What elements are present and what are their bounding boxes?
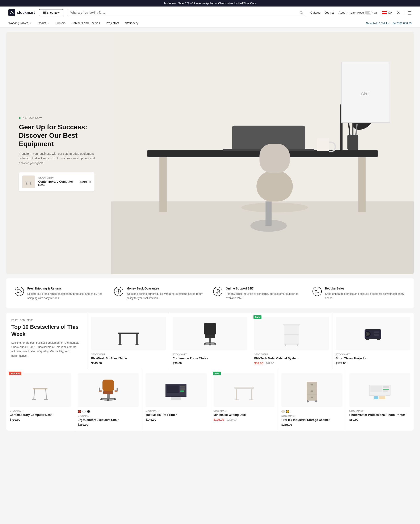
svg-point-2: [300, 11, 302, 14]
nav-catalog[interactable]: Catalog: [310, 11, 320, 14]
locale-selector[interactable]: CA: [382, 11, 392, 14]
header-icons: [396, 10, 411, 15]
svg-rect-112: [383, 389, 389, 390]
svg-point-53: [214, 343, 216, 345]
hero-description: Transform your business with our cutting…: [19, 151, 101, 166]
search-bar[interactable]: [67, 9, 306, 16]
svg-rect-106: [311, 397, 313, 398]
svg-rect-69: [377, 339, 380, 340]
product-card[interactable]: STOCKMART FlexiDesk Sit-Stand Table $849…: [88, 313, 169, 369]
svg-rect-73: [32, 399, 36, 400]
svg-rect-110: [370, 386, 382, 392]
svg-rect-95: [171, 397, 181, 400]
svg-rect-105: [311, 391, 313, 392]
bestsellers-intro: FEATURED ITEMS Top 10 Bestsellers of Thi…: [6, 313, 88, 369]
product-card[interactable]: STOCKMART Conference Room Chairs $99.00: [169, 313, 251, 369]
hero-section: IN STOCK NOW Gear Up for Success: Discov…: [6, 32, 414, 274]
svg-rect-43: [119, 334, 121, 345]
green-dot-icon: [19, 117, 21, 119]
svg-rect-22: [347, 135, 358, 150]
svg-rect-98: [251, 389, 253, 400]
nav-journal[interactable]: Journal: [325, 11, 334, 14]
color-swatch[interactable]: [286, 410, 289, 413]
nav-item-chairs[interactable]: Chairs: [38, 21, 49, 25]
product-card[interactable]: STOCKMART Short Throw Projector $179.00: [332, 313, 414, 369]
product-image: [281, 373, 342, 407]
svg-rect-15: [358, 157, 366, 212]
nav-help: Need help? Call Us: +84 2500 888 33: [366, 22, 411, 25]
svg-rect-88: [117, 388, 118, 391]
svg-rect-27: [256, 171, 293, 201]
nav-item-projectors[interactable]: Projectors: [106, 21, 119, 25]
sales-icon: [313, 287, 322, 296]
nav-item-cabinets[interactable]: Cabinets and Shelves: [71, 21, 100, 25]
nav-about[interactable]: About: [339, 11, 346, 14]
svg-point-83: [114, 398, 116, 400]
hamburger-icon: [43, 12, 45, 14]
header-nav: Catalog Journal About Dark Mode Off CA: [310, 10, 411, 15]
svg-rect-99: [235, 400, 239, 400]
product-card[interactable]: STOCKMART MultiMedia Pro Printer $149.00: [142, 369, 210, 431]
svg-point-52: [209, 343, 211, 346]
svg-rect-74: [44, 399, 48, 400]
svg-rect-30: [260, 144, 290, 173]
flag-icon: [382, 11, 387, 14]
price-container: $199.00 $229.00: [214, 418, 275, 421]
feature-support: 24 Online Support 24/7 For any order inq…: [213, 287, 306, 300]
feature-money-text: Money Back Guarantee We stand behind our…: [127, 287, 207, 300]
svg-rect-48: [205, 335, 215, 338]
hero-image: ART: [111, 32, 414, 274]
chevron-down-icon: [47, 22, 50, 24]
header: stockmart Shop Now Catalog Journal About…: [0, 7, 420, 19]
svg-line-72: [46, 389, 46, 400]
svg-rect-21: [317, 138, 329, 151]
product-card[interactable]: Sale STOCKMART Minimalist Writing Desk $…: [210, 369, 278, 431]
search-input[interactable]: [70, 11, 298, 14]
product-card[interactable]: STOCKMART PhotoMaster Professional Photo…: [346, 369, 414, 431]
product-image: [350, 373, 411, 407]
feature-sales-text: Regular Sales Shop unbeatable prices and…: [325, 287, 405, 300]
product-card[interactable]: Sold out STOCKMART Contemporary Computer…: [6, 369, 74, 431]
truck-icon: [15, 287, 24, 296]
hero-title: Gear Up for Success: Discover Our Best E…: [19, 123, 101, 148]
product-card[interactable]: Sale STOCKMART: [251, 313, 332, 369]
svg-rect-58: [284, 344, 299, 344]
product-image: [336, 317, 410, 350]
feature-shipping: Free Shipping & Returns Explore our broa…: [15, 287, 108, 300]
in-stock-badge: IN STOCK NOW: [19, 116, 101, 119]
dark-mode-toggle[interactable]: Dark Mode Off: [350, 11, 377, 15]
products-row-2: Sold out STOCKMART Contemporary Computer…: [6, 369, 414, 431]
product-card[interactable]: STOCKMART ProFlex Industrial Storage Cab…: [278, 369, 346, 431]
svg-rect-87: [99, 388, 100, 391]
product-image: [10, 373, 71, 407]
product-image: [173, 317, 247, 350]
announcement-text: Midseason Sale: 20% Off — Auto Applied a…: [164, 2, 256, 5]
user-icon[interactable]: [396, 10, 401, 15]
svg-rect-117: [379, 396, 385, 399]
svg-rect-33: [17, 290, 20, 292]
chevron-down-icon: [29, 22, 32, 24]
svg-point-1: [11, 11, 12, 12]
nav-item-working-tables[interactable]: Working Tables: [9, 21, 32, 25]
product-image: [91, 317, 166, 350]
hero-product-card[interactable]: STOCKMART Contemporary Computer Desk $79…: [19, 172, 95, 192]
svg-line-6: [26, 182, 27, 184]
color-swatch[interactable]: [78, 410, 81, 413]
logo[interactable]: stockmart: [9, 9, 35, 16]
svg-rect-111: [383, 386, 389, 388]
shop-now-button[interactable]: Shop Now: [39, 9, 63, 16]
money-back-icon: [114, 287, 123, 296]
nav-item-printers[interactable]: Printers: [55, 21, 66, 25]
color-swatch[interactable]: [82, 410, 86, 413]
color-swatch[interactable]: [281, 410, 285, 413]
divider: [404, 10, 404, 15]
toggle-switch[interactable]: [365, 11, 373, 15]
color-swatch[interactable]: [87, 410, 90, 413]
nav-left: Working Tables Chairs Printers Cabinets …: [9, 21, 138, 25]
svg-marker-34: [20, 290, 21, 292]
product-card[interactable]: STOCKMART ErgoComfort Executive Chair $3…: [74, 369, 142, 431]
cart-icon[interactable]: [407, 10, 411, 15]
feature-support-text: Online Support 24/7 For any order inquir…: [226, 287, 306, 300]
nav-item-stationery[interactable]: Stationery: [125, 21, 138, 25]
nav-bar: Working Tables Chairs Printers Cabinets …: [0, 19, 420, 27]
